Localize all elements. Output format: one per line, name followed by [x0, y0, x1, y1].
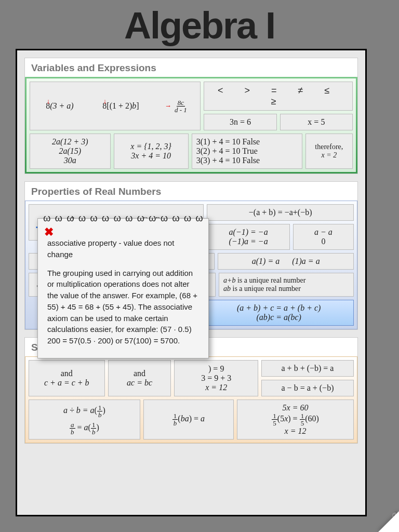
spiral-binding-icon: ωωωωωωωωωωωωωω [38, 211, 208, 222]
popup-body: The grouping used in carrying out additi… [47, 268, 199, 347]
arrow-down-icon: ↓ [103, 97, 107, 105]
page-curl-icon[interactable] [378, 511, 399, 532]
division-def: a ÷ b = a(1b) ab = a(1b) [29, 400, 140, 440]
addition-equality: and c + a = c + b [29, 360, 105, 396]
close-icon[interactable]: ✖ [44, 224, 54, 241]
section-header-properties: Properties of Real Numbers [25, 182, 357, 201]
substitution-check: 3(1) + 4 = 10 False 3(2) + 4 = 10 True 3… [192, 134, 302, 169]
conclusion: therefore, x = 2 [305, 134, 353, 169]
reciprocal-identity: 1b(ba) = a [143, 400, 234, 440]
arrow-down-icon: ↓ [47, 97, 50, 105]
section-variables: Variables and Expressions ↓8(3 + a) ↓8[(… [24, 58, 358, 174]
subtraction-def: a − b = a + (−b) [261, 380, 354, 396]
comparison-symbols: < > = ≠ ≤ ≥ [204, 82, 353, 111]
equation-x5: x = 5 [280, 114, 353, 130]
definition-popup: ωωωωωωωωωωωωωω ✖ associative property - … [37, 218, 209, 358]
simplify-example: 2a(12 + 3) 2a(15) 30a [30, 134, 111, 169]
solve-example-1: ) = 9 3 = 9 + 3 x = 12 [174, 360, 258, 396]
arrow-right-icon: → [165, 102, 171, 110]
popup-title: associative property - value does not ch… [47, 237, 199, 260]
associative-property[interactable]: (a + b) + c = a + (b + c) (ab)c = a(bc) [204, 300, 354, 326]
set-example: x = {1, 2, 3} 3x + 4 = 10 [114, 134, 189, 169]
mult-equality: and ac = bc [108, 360, 171, 396]
equation-3n: 3n = 6 [204, 114, 276, 130]
solve-example-2: 5x = 60 15(5x) = 15(60) x = 12 [237, 400, 354, 440]
additive-inverse: a + b + (−b) = a [261, 360, 354, 377]
closure-property: a+b is a unique real number ab is a uniq… [219, 273, 354, 297]
section-header-variables: Variables and Expressions [25, 58, 357, 77]
expression-examples: ↓8(3 + a) ↓8[(1 + 2)b] →8cd - 1 [30, 82, 201, 130]
a-minus-a: a − a 0 [293, 224, 354, 250]
negation-distributive: −(a + b) = −a+(−b) [207, 204, 354, 221]
mult-identity: a(1) = a (1)a = a [218, 253, 354, 270]
mult-neg1: a(−1) = −a (−1)a = −a [207, 224, 290, 250]
page-title: Algebra I [0, 0, 399, 49]
